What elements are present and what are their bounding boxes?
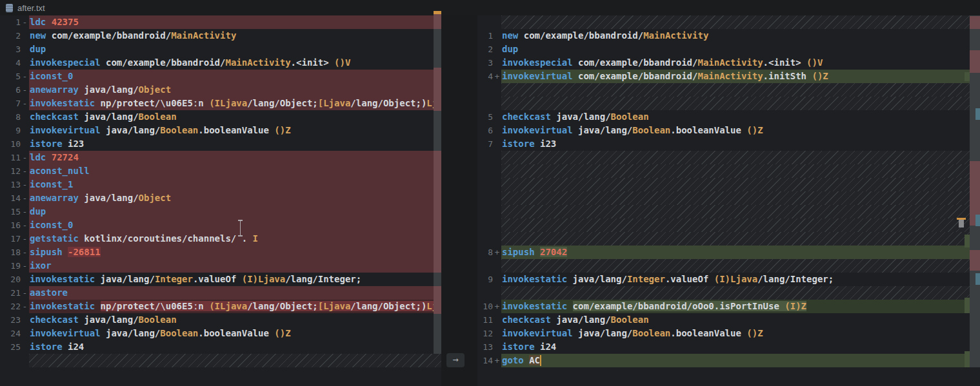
diff-sign — [493, 327, 501, 340]
filler-row — [477, 97, 980, 110]
code-text: invokevirtual java/lang/Boolean.booleanV… — [501, 327, 980, 340]
code-line[interactable]: 14-anewarray java/lang/Object — [0, 191, 441, 205]
apply-change-arrow-button[interactable]: → — [446, 353, 465, 367]
code-line[interactable]: 7-invokestatic np/protect/\u06E5ːn (ILja… — [0, 97, 441, 110]
code-text — [501, 97, 980, 110]
code-line[interactable]: 8+sipush 27042 — [477, 246, 980, 259]
code-line[interactable]: 21-aastore — [0, 286, 441, 300]
code-line[interactable]: 10istore i23 — [0, 137, 441, 151]
gutter: 10+ — [477, 300, 501, 313]
code-line[interactable]: 1-ldc 42375 — [0, 15, 441, 29]
code-line[interactable]: 12-aconst_null — [0, 164, 441, 178]
line-number: 18 — [0, 246, 21, 259]
diff-sign: - — [21, 218, 29, 232]
gutter — [477, 286, 501, 300]
line-number: 20 — [0, 273, 21, 286]
filler-row — [477, 15, 980, 29]
gutter: 4+ — [477, 70, 501, 83]
diff-sign — [21, 313, 29, 327]
line-number: 12 — [0, 164, 21, 178]
code-text: new com/example/bbandroid/MainActivity — [501, 29, 980, 43]
code-line[interactable]: 3invokespecial com/example/bbandroid/Mai… — [477, 56, 980, 70]
code-line[interactable]: 10+invokestatic com/example/bbandroid/oO… — [477, 300, 980, 313]
code-line[interactable]: 23checkcast java/lang/Boolean — [0, 313, 441, 327]
diff-sign: + — [493, 246, 501, 259]
code-line[interactable]: 24invokevirtual java/lang/Boolean.boolea… — [0, 327, 441, 340]
gutter: 10 — [0, 137, 29, 151]
code-text: sipush -26811 — [29, 246, 441, 259]
code-line[interactable]: 13-iconst_1 — [0, 178, 441, 191]
diff-marker — [970, 250, 980, 271]
text-caret — [540, 355, 541, 366]
gutter: 21- — [0, 286, 29, 300]
gutter: 8 — [0, 110, 29, 124]
code-line[interactable]: 19-ixor — [0, 259, 441, 273]
code-text: istore i23 — [29, 137, 441, 151]
line-number: 12 — [477, 327, 493, 340]
code-line[interactable]: 2dup — [477, 43, 980, 56]
code-line[interactable]: 1new com/example/bbandroid/MainActivity — [477, 29, 980, 43]
added-line-edge-marker — [965, 298, 970, 313]
code-line[interactable]: 4invokespecial com/example/bbandroid/Mai… — [0, 56, 441, 70]
code-line[interactable]: 25istore i24 — [0, 340, 441, 354]
code-text: ixor — [29, 259, 441, 273]
code-line[interactable]: 18-sipush -26811 — [0, 246, 441, 259]
diff-pane-left[interactable]: 1-ldc 423752new com/example/bbandroid/Ma… — [0, 15, 441, 386]
filler-row — [477, 259, 980, 273]
code-line[interactable]: 12invokevirtual java/lang/Boolean.boolea… — [477, 327, 980, 340]
code-line[interactable]: 14+goto AC — [477, 354, 980, 367]
line-number: 5 — [477, 110, 493, 124]
code-line[interactable]: 13istore i24 — [477, 340, 980, 354]
code-line[interactable]: 5-iconst_0 — [0, 70, 441, 83]
line-number: 9 — [0, 124, 21, 137]
code-line[interactable]: 6invokevirtual java/lang/Boolean.boolean… — [477, 124, 980, 137]
diff-sign: + — [493, 300, 501, 313]
code-text: checkcast java/lang/Boolean — [29, 110, 441, 124]
gutter — [477, 15, 501, 29]
code-text: ldc 72724 — [29, 151, 441, 164]
diff-marker — [975, 273, 980, 285]
code-line[interactable]: 2new com/example/bbandroid/MainActivity — [0, 29, 441, 43]
code-line[interactable]: 17-getstatic kotlinx/coroutines/channels… — [0, 232, 441, 246]
filler-row — [0, 354, 441, 367]
line-number: 21 — [0, 286, 21, 300]
diff-pane-right[interactable]: 1new com/example/bbandroid/MainActivity2… — [477, 15, 980, 386]
code-text: anewarray java/lang/Object — [29, 191, 441, 205]
diff-sign: - — [21, 151, 29, 164]
code-text: invokestatic java/lang/Integer.valueOf (… — [29, 273, 441, 286]
code-text — [501, 232, 980, 246]
diff-sign — [493, 218, 501, 232]
gutter: 1 — [477, 29, 501, 43]
line-number: 13 — [477, 340, 493, 354]
filler-row — [477, 218, 980, 232]
code-line[interactable]: 4+invokevirtual com/example/bbandroid/Ma… — [477, 70, 980, 83]
line-number: 19 — [0, 259, 21, 273]
code-line[interactable]: 15-dup — [0, 205, 441, 218]
line-number: 17 — [0, 232, 21, 246]
code-line[interactable]: 11-ldc 72724 — [0, 151, 441, 164]
code-line[interactable]: 3dup — [0, 43, 441, 56]
code-line[interactable]: 20invokestatic java/lang/Integer.valueOf… — [0, 273, 441, 286]
diff-sign — [493, 151, 501, 164]
code-line[interactable]: 16-iconst_0 — [0, 218, 441, 232]
code-text: aconst_null — [29, 164, 441, 178]
code-text: iconst_0 — [29, 218, 441, 232]
code-line[interactable]: 9invokestatic java/lang/Integer.valueOf … — [477, 273, 980, 286]
code-line[interactable]: 7istore i23 — [477, 137, 980, 151]
gutter: 25 — [0, 340, 29, 354]
gutter: 3 — [0, 43, 29, 56]
line-number: 13 — [0, 178, 21, 191]
code-text: invokespecial com/example/bbandroid/Main… — [29, 56, 441, 70]
code-line[interactable]: 6-anewarray java/lang/Object — [0, 83, 441, 97]
code-line[interactable]: 22-invokestatic np/protect/\u06E5ːn (ILj… — [0, 300, 441, 313]
gutter: 9 — [0, 124, 29, 137]
code-line[interactable]: 11checkcast java/lang/Boolean — [477, 313, 980, 327]
diff-sign — [493, 259, 501, 273]
code-line[interactable]: 5checkcast java/lang/Boolean — [477, 110, 980, 124]
line-number — [477, 97, 493, 110]
line-number: 1 — [0, 15, 21, 29]
code-line[interactable]: 8checkcast java/lang/Boolean — [0, 110, 441, 124]
line-number — [0, 354, 21, 367]
code-line[interactable]: 9invokevirtual java/lang/Boolean.boolean… — [0, 124, 441, 137]
diff-sign — [493, 110, 501, 124]
